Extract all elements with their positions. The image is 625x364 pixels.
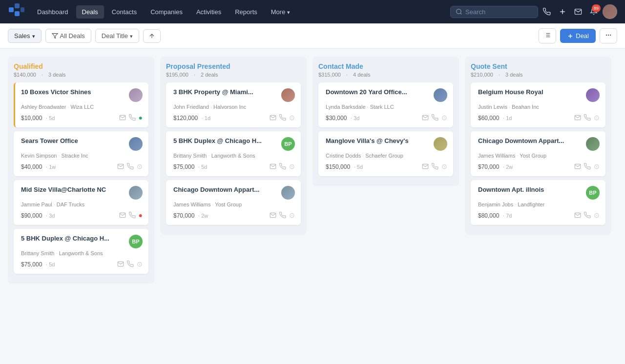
deal-card-qs3[interactable]: Downtown Apt. illnois BP Benjamin Jobs ·… <box>471 180 605 225</box>
email-icon-qs3[interactable] <box>574 212 581 219</box>
deal-card-c1[interactable]: Downtown 20 Yard Office... Lynda Barksda… <box>318 82 453 127</box>
deal-card-qs1[interactable]: Belgium House Royal Justin Lewis · Beaha… <box>471 82 605 127</box>
new-deal-label: Deal <box>576 32 589 40</box>
phone-icon-q1[interactable] <box>129 114 136 121</box>
user-avatar[interactable] <box>603 4 617 19</box>
phone-icon-p2[interactable] <box>279 163 286 170</box>
email-icon-q1[interactable] <box>119 114 126 121</box>
email-icon-q2[interactable] <box>117 163 124 170</box>
info-icon[interactable]: ⊙ <box>137 162 143 170</box>
sort-label: Deal Title <box>102 32 128 40</box>
card-time-p3: · 2w <box>198 213 208 219</box>
new-deal-button[interactable]: Deal <box>560 29 596 43</box>
info-icon[interactable]: ⊙ <box>289 162 295 170</box>
deal-card-q1[interactable]: 10 Boxes Victor Shines Ashley Broadwater… <box>14 82 148 127</box>
phone-icon-p1[interactable] <box>279 114 286 121</box>
card-title-q3: Mid Size Villa@Charlotte NC <box>21 186 129 193</box>
card-title-q2: Sears Tower Office <box>21 137 129 144</box>
email-icon-c2[interactable] <box>422 163 429 170</box>
email-icon-qs1[interactable] <box>574 114 581 121</box>
deal-card-p2[interactable]: 5 BHK Duplex @ Chicago H... BP Brittany … <box>166 131 301 176</box>
svg-marker-8 <box>52 34 58 39</box>
svg-rect-0 <box>9 7 14 12</box>
status-inactive-icon: ● <box>139 211 143 219</box>
card-sub-q1: Ashley Broadwater · Wiza LLC <box>21 104 143 110</box>
phone-icon-qs3[interactable] <box>584 212 591 219</box>
phone-icon-p3[interactable] <box>279 212 286 219</box>
column-contact: Contact Made $315,000 4 deals Downtown 2… <box>312 57 459 186</box>
deal-card-qs2[interactable]: Chicago Downtown Appart... James William… <box>471 131 605 176</box>
add-button[interactable] <box>556 5 569 19</box>
col-title-proposal: Proposal Presented <box>166 62 301 70</box>
more-options-button[interactable] <box>600 28 617 43</box>
phone-icon-q2[interactable] <box>127 163 134 170</box>
email-icon-p3[interactable] <box>270 212 276 219</box>
nav-contacts[interactable]: Contacts <box>106 5 143 19</box>
info-icon[interactable]: ⊙ <box>289 114 295 121</box>
nav-deals[interactable]: Deals <box>76 5 104 19</box>
card-amount-q3: $90,000 <box>21 212 42 219</box>
list-view-button[interactable] <box>539 28 556 43</box>
card-sub-q4: Brittany Smith · Langworth & Sons <box>21 250 143 256</box>
sort-order-button[interactable] <box>143 29 161 43</box>
deal-card-p3[interactable]: Chicago Downtown Appart... James William… <box>166 180 301 225</box>
card-sub-c1: Lynda Barksdale · Stark LLC <box>326 104 447 110</box>
app-logo[interactable] <box>8 2 25 21</box>
deal-card-p1[interactable]: 3 BHK Property @ Miami... John Friedland… <box>166 82 301 127</box>
email-icon-p2[interactable] <box>270 163 276 170</box>
pipeline-chevron-icon <box>32 32 35 40</box>
deal-card-c2[interactable]: Manglove Villa's @ Chevy's Cristine Dodd… <box>318 131 453 176</box>
card-avatar-p3 <box>281 186 295 200</box>
phone-button[interactable] <box>540 5 554 19</box>
navbar: Dashboard Deals Contacts Companies Activ… <box>0 0 625 23</box>
card-sub-qs1: Justin Lewis · Beahan Inc <box>478 104 600 110</box>
phone-icon-q3[interactable] <box>129 212 136 219</box>
phone-icon-qs2[interactable] <box>584 163 591 170</box>
info-icon[interactable]: ⊙ <box>137 260 143 268</box>
search-input[interactable] <box>465 8 524 16</box>
phone-icon-q4[interactable] <box>127 261 134 267</box>
email-icon-c1[interactable] <box>422 114 429 121</box>
card-time-qs2: · 2w <box>503 164 513 170</box>
deal-card-q2[interactable]: Sears Tower Office Kevin Simpson · Strac… <box>14 131 148 176</box>
deal-card-q3[interactable]: Mid Size Villa@Charlotte NC Jammie Paul … <box>14 180 148 225</box>
email-icon-qs2[interactable] <box>574 163 581 170</box>
phone-icon-qs1[interactable] <box>584 114 591 121</box>
plus-icon <box>559 8 566 16</box>
sort-by-button[interactable]: Deal Title <box>95 29 139 43</box>
phone-icon-c2[interactable] <box>432 163 438 170</box>
nav-activities[interactable]: Activities <box>190 5 227 19</box>
nav-dashboard[interactable]: Dashboard <box>31 5 74 19</box>
info-icon[interactable]: ⊙ <box>594 114 600 121</box>
phone-icon-c1[interactable] <box>432 114 438 121</box>
col-meta-proposal: $195,000 2 deals <box>166 72 301 78</box>
nav-companies[interactable]: Companies <box>145 5 188 19</box>
info-icon[interactable]: ⊙ <box>441 114 447 121</box>
info-icon[interactable]: ⊙ <box>594 211 600 219</box>
card-amount-p3: $70,000 <box>173 212 194 219</box>
kanban-board: Qualified $140,000 3 deals 10 Boxes Vict… <box>0 49 625 364</box>
search-box[interactable] <box>450 6 538 18</box>
pipeline-selector[interactable]: Sales <box>8 29 42 43</box>
col-header-quote: Quote Sent $210,000 3 deals <box>471 62 605 78</box>
card-title-p3: Chicago Downtown Appart... <box>173 186 281 193</box>
card-time-q2: · 1w <box>46 164 56 170</box>
nav-reports[interactable]: Reports <box>229 5 263 19</box>
nav-more[interactable]: More <box>265 5 296 19</box>
info-icon[interactable]: ⊙ <box>594 162 600 170</box>
info-icon[interactable]: ⊙ <box>289 211 295 219</box>
info-icon[interactable]: ⊙ <box>441 162 447 170</box>
email-icon-q3[interactable] <box>119 212 126 219</box>
mail-button[interactable] <box>571 5 585 19</box>
filter-button[interactable]: All Deals <box>45 29 91 43</box>
card-title-qs2: Chicago Downtown Appart... <box>478 137 586 144</box>
deal-card-q4[interactable]: 5 BHK Duplex @ Chicago H... BP Brittany … <box>14 229 148 274</box>
card-avatar-qs3: BP <box>586 186 600 200</box>
notification-button[interactable]: 89 <box>587 4 601 20</box>
card-sub-p2: Brittany Smith · Langworth & Sons <box>173 153 295 159</box>
card-time-c2: · 5d <box>354 164 363 170</box>
email-icon-p1[interactable] <box>270 114 276 121</box>
column-qualified: Qualified $140,000 3 deals 10 Boxes Vict… <box>8 57 154 283</box>
card-title-p2: 5 BHK Duplex @ Chicago H... <box>173 137 281 144</box>
email-icon-q4[interactable] <box>117 261 124 267</box>
